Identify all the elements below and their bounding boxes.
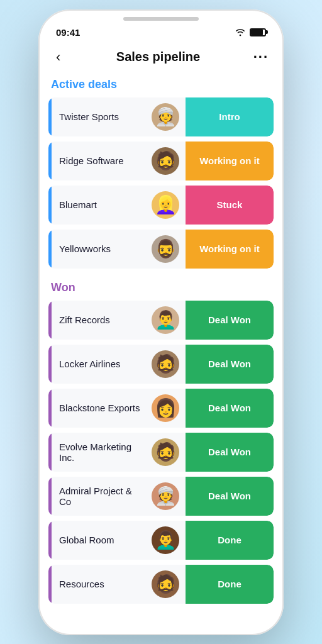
deal-row[interactable]: Resources🧔Done	[48, 565, 274, 604]
deal-row[interactable]: Ridge Software🧔Working on it	[48, 142, 274, 180]
avatar: 🧔	[152, 147, 179, 175]
deal-name: Blackstone Exports	[52, 402, 152, 413]
section-title-won: Won	[48, 281, 274, 294]
deal-name: Admiral Project & Co	[52, 486, 152, 507]
avatar: 🧔	[152, 570, 179, 598]
avatar: 🧔	[152, 350, 179, 378]
deal-name: Ridge Software	[52, 155, 152, 166]
status-bar: 09:41	[38, 21, 284, 42]
deal-row[interactable]: Global Room👨‍🦱Done	[48, 521, 274, 560]
avatar: 👨‍🦱	[152, 306, 179, 334]
deal-name: Yellowworks	[52, 243, 152, 254]
deal-row[interactable]: Admiral Project & Co👳Deal Won	[48, 477, 274, 516]
avatar: 👱‍♀️	[152, 191, 179, 219]
deal-row[interactable]: Zift Records👨‍🦱Deal Won	[48, 301, 274, 340]
deal-name: Twister Sports	[52, 111, 152, 122]
header: ‹ Sales pipeline ···	[38, 42, 284, 78]
status-time: 09:41	[56, 27, 80, 38]
deal-row[interactable]: Yellowworks🧔‍♂️Working on it	[48, 230, 274, 269]
page-title: Sales pipeline	[116, 50, 200, 64]
deal-name: Global Room	[52, 535, 152, 545]
status-badge: Deal Won	[186, 477, 274, 516]
status-badge: Working on it	[186, 230, 274, 269]
status-badge: Intro	[186, 97, 274, 136]
deal-name: Bluemart	[52, 199, 152, 210]
section-title-active: Active deals	[48, 78, 274, 91]
back-button[interactable]: ‹	[53, 47, 63, 68]
status-badge: Deal Won	[186, 433, 274, 472]
phone-frame: 09:41 ‹ Sales pipeline ··· Active dealsT…	[38, 9, 284, 635]
avatar: 👳	[152, 482, 179, 510]
status-badge: Done	[186, 521, 274, 560]
deal-name: Resources	[52, 579, 152, 589]
battery-icon	[250, 28, 266, 36]
menu-button[interactable]: ···	[253, 49, 269, 65]
avatar: 👨‍🦱	[152, 526, 179, 554]
status-badge: Stuck	[186, 186, 274, 225]
status-badge: Done	[186, 565, 274, 604]
deal-name: Evolve Marketing Inc.	[52, 441, 152, 463]
avatar: 🧔	[152, 438, 179, 466]
content-area: Active dealsTwister Sports👳IntroRidge So…	[38, 78, 284, 616]
section-active: Active dealsTwister Sports👳IntroRidge So…	[48, 78, 274, 269]
status-badge: Deal Won	[186, 301, 274, 340]
deal-name: Locker Airlines	[52, 358, 152, 369]
deal-name: Zift Records	[52, 314, 152, 325]
status-badge: Deal Won	[186, 345, 274, 384]
deal-row[interactable]: Bluemart👱‍♀️Stuck	[48, 186, 274, 225]
wifi-icon	[235, 28, 246, 36]
deal-row[interactable]: Evolve Marketing Inc.🧔Deal Won	[48, 433, 274, 472]
status-icons	[235, 28, 266, 36]
avatar: 👳	[152, 103, 179, 131]
deal-row[interactable]: Blackstone Exports👩Deal Won	[48, 389, 274, 428]
status-badge: Working on it	[186, 142, 274, 180]
avatar: 👩	[152, 394, 179, 422]
deal-row[interactable]: Locker Airlines🧔Deal Won	[48, 345, 274, 384]
status-badge: Deal Won	[186, 389, 274, 428]
section-won: WonZift Records👨‍🦱Deal WonLocker Airline…	[48, 281, 274, 604]
avatar: 🧔‍♂️	[152, 235, 179, 263]
deal-row[interactable]: Twister Sports👳Intro	[48, 97, 274, 136]
